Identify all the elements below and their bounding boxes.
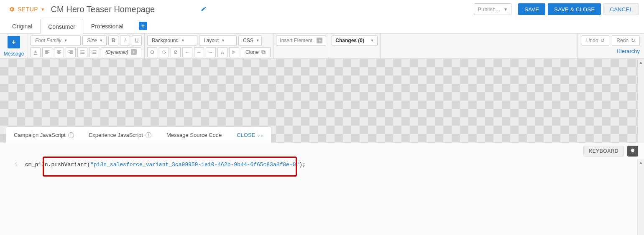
add-experience-button[interactable]: +: [139, 22, 147, 30]
align-center-icon: [56, 49, 62, 55]
canvas-scrollbar[interactable]: ▲: [637, 59, 644, 143]
code-editor[interactable]: 1 cm_p13n.pushVariant("p13n_salesforce_v…: [0, 159, 644, 235]
svg-point-2: [92, 53, 92, 54]
edit-title-button[interactable]: [201, 6, 207, 13]
tab-message-source[interactable]: Message Source Code: [159, 127, 229, 143]
toolbar-spacer: [381, 34, 577, 58]
save-button[interactable]: SAVE: [518, 3, 545, 15]
align-center-button[interactable]: [54, 47, 64, 57]
hints-button[interactable]: [627, 146, 638, 157]
header-bar: SETUP ▼ CM Hero Teaser Homepage Publish.…: [0, 0, 644, 18]
publish-label: Publish...: [478, 6, 500, 13]
plus-icon: +: [141, 23, 145, 29]
font-color-button[interactable]: [31, 47, 41, 57]
editor-toolbar: KEYBOARD: [0, 143, 644, 159]
line-gutter: 1: [0, 159, 22, 235]
add-message-button[interactable]: +: [8, 36, 20, 48]
publish-dropdown[interactable]: Publish... ▼: [474, 3, 511, 15]
align-right-button[interactable]: [66, 47, 76, 57]
arrow-left-icon: ←: [185, 49, 190, 55]
editor-scrollbar[interactable]: ▲: [637, 159, 644, 235]
css-select[interactable]: CSS ▼: [238, 35, 262, 45]
arrow-both-icon: ↔: [197, 49, 202, 55]
svg-point-3: [151, 51, 154, 54]
bold-icon: B: [112, 38, 115, 43]
layout-group: Background ▼ Layout ▼ CSS ▼ ← ↔ → Clone: [145, 34, 273, 58]
bold-button[interactable]: B: [108, 35, 118, 45]
lightbulb-icon: [630, 148, 636, 154]
circle-slash-icon: [173, 49, 179, 55]
tab-consumer[interactable]: Consumer: [40, 19, 83, 34]
background-select[interactable]: Background ▼: [147, 35, 197, 45]
align-left-icon: [44, 49, 50, 55]
align-left-button[interactable]: [42, 47, 52, 57]
tab-original[interactable]: Original: [4, 18, 40, 33]
plus-icon: +: [12, 38, 15, 46]
editor-toolbar: + Message Font Family ▼ Size ▼ B I U: [0, 34, 644, 59]
close-panel-button[interactable]: CLOSE ⌄⌄: [229, 132, 271, 138]
cancel-button[interactable]: CANCEL: [603, 3, 639, 15]
setup-label: SETUP: [18, 6, 38, 13]
clone-button[interactable]: Clone: [241, 47, 271, 57]
underline-button[interactable]: U: [132, 35, 142, 45]
changes-dropdown[interactable]: Changes (0) ▼: [332, 35, 378, 45]
layout-select[interactable]: Layout ▼: [199, 35, 237, 45]
copy-icon: [261, 50, 266, 55]
setup-dropdown[interactable]: SETUP ▼: [8, 6, 45, 13]
align-right-icon: [68, 49, 74, 55]
font-color-icon: [33, 49, 38, 55]
dynamic-button[interactable]: {Dynamic} +: [101, 47, 141, 57]
ordered-list-icon: [79, 49, 85, 55]
border-dashed-button[interactable]: [159, 47, 169, 57]
message-label: Message: [4, 51, 24, 57]
keyboard-shortcuts-button[interactable]: KEYBOARD: [583, 146, 624, 157]
code-editor-panel: KEYBOARD 1 cm_p13n.pushVariant("p13n_sal…: [0, 143, 644, 235]
unordered-list-icon: [91, 49, 97, 55]
tab-experience-js[interactable]: Experience JavaScript i: [82, 127, 159, 143]
tab-professional[interactable]: Professional: [83, 18, 131, 33]
svg-point-0: [92, 51, 92, 51]
redo-icon: ↻: [631, 38, 635, 43]
message-group: + Message: [0, 34, 28, 58]
save-and-close-button[interactable]: SAVE & CLOSE: [548, 3, 601, 15]
font-size-select[interactable]: Size ▼: [82, 35, 107, 45]
preview-canvas[interactable]: Campaign JavaScript i Experience JavaScr…: [0, 59, 644, 143]
insert-element-button[interactable]: Insert Element +: [276, 35, 326, 45]
caret-down-icon: ▼: [64, 38, 68, 43]
code-area[interactable]: cm_p13n.pushVariant("p13n_salesforce_var…: [22, 159, 644, 235]
insert-group: Insert Element +: [273, 34, 329, 58]
italic-icon: I: [124, 38, 125, 43]
info-icon: i: [68, 132, 74, 138]
border-solid-button[interactable]: [147, 47, 157, 57]
symmetry-v-button[interactable]: [217, 47, 227, 57]
undo-icon: ↺: [601, 38, 605, 43]
underline-icon: U: [135, 38, 139, 43]
arrow-left-button[interactable]: ←: [182, 47, 192, 57]
arrow-right-button[interactable]: →: [206, 47, 216, 57]
font-family-select[interactable]: Font Family ▼: [31, 35, 81, 45]
font-group: Font Family ▼ Size ▼ B I U: [28, 34, 145, 58]
tab-campaign-js[interactable]: Campaign JavaScript i: [6, 127, 82, 143]
svg-rect-8: [262, 51, 264, 53]
caret-down-icon: ▼: [41, 7, 45, 12]
undo-redo-group: Undo ↺ Redo ↻ Hierarchy: [578, 34, 644, 58]
scroll-up-icon: ▲: [638, 159, 644, 166]
no-border-button[interactable]: [171, 47, 181, 57]
scroll-up-icon: ▲: [638, 59, 644, 66]
svg-point-4: [163, 51, 166, 54]
content-area: Campaign JavaScript i Experience JavaScr…: [0, 59, 644, 235]
italic-button[interactable]: I: [120, 35, 130, 45]
undo-button[interactable]: Undo ↺: [582, 35, 610, 45]
unordered-list-button[interactable]: [89, 47, 99, 57]
info-icon: i: [146, 132, 151, 138]
ordered-list-button[interactable]: [77, 47, 87, 57]
arrow-both-button[interactable]: ↔: [194, 47, 204, 57]
symmetry-h-button[interactable]: [229, 47, 239, 57]
caret-down-icon: ▼: [503, 7, 508, 12]
caret-down-icon: ▼: [370, 38, 374, 43]
circle-icon: [149, 49, 155, 55]
caret-down-icon: ▼: [256, 38, 260, 43]
redo-button[interactable]: Redo ↻: [612, 35, 640, 45]
code-panel-tabs: Campaign JavaScript i Experience JavaScr…: [6, 126, 271, 143]
hierarchy-link[interactable]: Hierarchy: [616, 48, 640, 54]
